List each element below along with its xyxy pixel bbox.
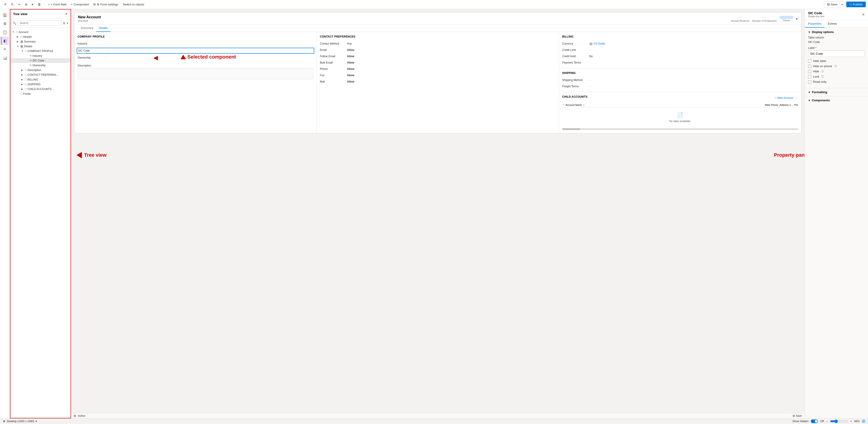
formatting-section-header[interactable]: ▼ Formatting (805, 88, 868, 96)
expand-icon[interactable]: ▼ (21, 50, 25, 52)
zoom-slider[interactable] (830, 420, 848, 423)
tree-item-details[interactable]: ▼ ▦ Details (10, 44, 70, 48)
child-more-button[interactable]: ⋮ (795, 96, 798, 100)
nav-apps-icon[interactable]: ⊞ (1, 20, 9, 28)
show-hidden-toggle[interactable] (811, 420, 818, 423)
email-value: Allow (347, 48, 556, 52)
form-header-dropdown-button[interactable]: ▾ (796, 17, 798, 21)
tree-item-industry[interactable]: ≡ Industry (10, 53, 70, 58)
hide-checkbox[interactable] (808, 70, 811, 73)
show-hidden-label: Show Hidden (793, 420, 808, 423)
redo-button[interactable]: ↻ (9, 2, 16, 7)
publish-icon: ⬡ (849, 3, 852, 6)
switch-classic-button[interactable]: Switch to classic (121, 2, 146, 7)
contact-method-row: Contact Method Any (320, 40, 556, 47)
hide-label-row: Hide label (808, 59, 865, 63)
sidebar-close-button[interactable]: ✕ (65, 12, 68, 16)
table-column-value: SIC Code (808, 40, 865, 44)
expand-icon[interactable]: ▶ (21, 73, 25, 76)
zoom-minus-button[interactable]: − (826, 420, 828, 423)
globe-icon: 🌐 (862, 420, 865, 423)
tree-item-shipping[interactable]: ▶ □ SHIPPING (10, 82, 70, 87)
canvas-save-icon: ⊞ (793, 414, 795, 418)
canvas-scroll[interactable]: New Account Account ··· Annual Revenue ·… (71, 9, 805, 413)
form-field-button[interactable]: + + Form field (46, 2, 68, 7)
filter-icon[interactable]: ⊞ (63, 22, 65, 25)
new-account-button[interactable]: + New Account (775, 96, 793, 99)
delete-button[interactable]: 🗑 (36, 2, 42, 7)
publish-button[interactable]: ⬡ Publish (846, 2, 866, 7)
credit-limit-value: ··· (589, 48, 798, 52)
shipping-section: SHIPPING Shipping Method ··· Freight Ter… (559, 68, 801, 92)
tab-events[interactable]: Events (825, 20, 840, 28)
hide-row: Hide ⓘ (808, 70, 865, 73)
horizontal-scrollbar[interactable] (562, 128, 798, 130)
main-phone-col: Main Phone (765, 104, 778, 106)
form-settings-button[interactable]: ⚙ ⚙ Form settings (91, 2, 120, 7)
tree-item-summary[interactable]: ▶ ▦ Summary (10, 39, 70, 44)
save-button[interactable]: 🖫 Save (824, 1, 840, 7)
phone-value: Allow (347, 67, 556, 70)
history-button[interactable]: ▾ (30, 2, 35, 7)
pane-close-button[interactable]: ✕ (862, 12, 865, 17)
form-header-right: ··· Annual Revenue ··· Number of Employe… (731, 15, 798, 22)
tree-item-header[interactable]: ▶ □ Header (10, 34, 70, 39)
nav-menu-icon[interactable]: ≡ (1, 45, 9, 53)
tab-summary[interactable]: Summary (78, 25, 96, 32)
component-button[interactable]: + Component (69, 2, 91, 7)
form-body: COMPANY PROFILE Industry ··· SIC Code ··… (74, 32, 801, 133)
undo-button[interactable]: ↺ (2, 2, 8, 7)
cut-button[interactable]: ✂ (16, 2, 22, 7)
tree-item-company-profile[interactable]: ▼ □ COMPANY PROFILE (10, 48, 70, 53)
details-icon: ▦ (20, 44, 23, 48)
copy-button[interactable]: ⧉ (23, 2, 29, 7)
device-dropdown-button[interactable]: ▾ (35, 420, 37, 423)
expand-icon[interactable]: ▶ (21, 69, 25, 71)
scrollbar-thumb[interactable] (562, 128, 580, 130)
nav-layers-icon[interactable]: ◧ (1, 37, 9, 45)
display-options-header[interactable]: ▼ Display options (808, 30, 865, 34)
save-icon: 🖫 (827, 3, 830, 6)
sort-icon[interactable]: ↕ (583, 104, 585, 106)
tree-item-description[interactable]: ▶ □ Description (10, 68, 70, 72)
tree-item-contact-prefs[interactable]: ▶ □ CONTACT PREFEREN... (10, 72, 70, 77)
tree-item-billing[interactable]: ▶ □ BILLING (10, 77, 70, 82)
sic-code-value: ··· (105, 49, 313, 52)
expand-icon[interactable]: ▶ (17, 35, 20, 38)
expand-icon[interactable]: ▼ (12, 31, 16, 33)
expand-icon[interactable]: ▶ (21, 78, 25, 81)
expand-icon[interactable]: ▶ (17, 40, 20, 43)
tab-properties[interactable]: Properties (805, 20, 825, 28)
lock-row: Lock ⓘ (808, 75, 865, 78)
lock-checkbox[interactable] (808, 75, 811, 78)
save-dropdown-button[interactable]: ▾ (840, 2, 844, 7)
tree-label-sic-code: SIC Code (33, 59, 44, 62)
hide-label-checkbox[interactable] (808, 60, 811, 63)
email-label: Email (320, 48, 347, 52)
hide-on-phone-checkbox[interactable] (808, 65, 811, 68)
zoom-plus-button[interactable]: + (850, 420, 852, 423)
bulk-email-label: Bulk Email (320, 61, 347, 64)
currency-icon: 🏢 (589, 42, 593, 45)
read-only-checkbox[interactable] (808, 80, 811, 84)
sic-code-field-row[interactable]: SIC Code ··· (77, 48, 314, 54)
search-input[interactable] (18, 20, 62, 26)
expand-icon[interactable]: ▼ (17, 45, 20, 47)
chevron-down-icon[interactable]: ▾ (67, 22, 68, 25)
components-section-header[interactable]: ▼ Components (805, 96, 868, 104)
expand-icon[interactable]: ▶ (21, 83, 25, 86)
tree-item-footer[interactable]: □ Footer (10, 91, 70, 96)
tree-item-ownership[interactable]: ≡ Ownership (10, 63, 70, 68)
tree-item-account[interactable]: ▼ □ Account (10, 30, 70, 34)
nav-home-icon[interactable]: 🏠 (1, 11, 9, 19)
tree-item-child-accounts[interactable]: ▶ □ CHILD ACCOUNTS (10, 87, 70, 91)
main-layout: 🏠 ⊞ 📋 ◧ ≡ 📊 Tree view ✕ 🔍 ⊞ ▾ ▼ □ Accoun… (0, 9, 868, 418)
lock-text: Lock (813, 75, 819, 78)
tab-details[interactable]: Details (96, 25, 111, 32)
nav-list-icon[interactable]: 📋 (1, 28, 9, 36)
expand-icon[interactable]: ▶ (21, 88, 25, 90)
label-input[interactable] (808, 51, 865, 57)
nav-chart-icon[interactable]: 📊 (1, 54, 9, 62)
tree-item-sic-code[interactable]: ≡ SIC Code (10, 58, 70, 63)
no-data-icon: 📄 (567, 112, 794, 118)
